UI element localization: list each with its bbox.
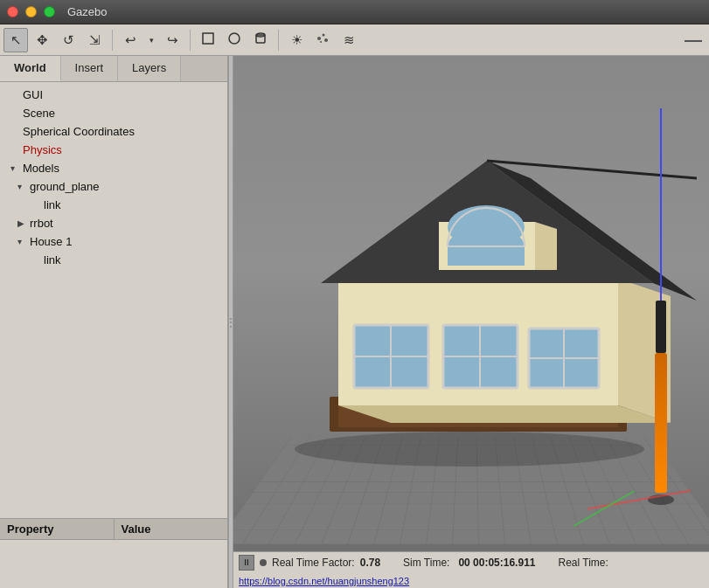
sun-icon: ☀ [291, 32, 302, 48]
real-time-label: Real Time: [558, 557, 608, 569]
sphere-icon [227, 31, 241, 48]
property-header: Property Value [0, 519, 227, 540]
svg-rect-23 [448, 246, 525, 266]
scale-tool-button[interactable]: ⇲ [82, 28, 107, 52]
tab-layers[interactable]: Layers [118, 56, 181, 81]
minimize-button[interactable] [25, 6, 37, 17]
particles-icon [315, 31, 330, 49]
titlebar: Gazebo [0, 0, 709, 24]
tree-item-spherical-coords[interactable]: Spherical Coordinates [0, 122, 227, 141]
close-button[interactable] [7, 6, 18, 17]
select-icon: ↖ [10, 32, 22, 48]
collapse-icon: ▶ [17, 218, 26, 228]
pole-object [648, 108, 674, 505]
maximize-button[interactable] [44, 6, 55, 17]
tree-item-house[interactable]: ▾ House 1 [0, 232, 227, 251]
models-label: Models [23, 162, 59, 175]
particles-button[interactable] [310, 28, 335, 52]
app-title: Gazebo [67, 5, 108, 18]
svg-marker-19 [535, 222, 557, 270]
sim-time-label: Sim Time: [403, 557, 449, 569]
blog-link[interactable]: https://blog.csdn.net/huangjunsheng123 [239, 576, 409, 586]
left-panel: World Insert Layers GUI Scene Spherical … [0, 56, 228, 588]
house-label: House 1 [30, 235, 72, 248]
rotate-tool-button[interactable]: ↺ [56, 28, 80, 52]
property-table: Property Value [0, 518, 227, 588]
statusbar-row1: ⏸ Real Time Factor: 0.78 Sim Time: 00 00… [239, 555, 704, 571]
svg-rect-0 [203, 33, 213, 44]
real-time-factor-value: 0.78 [360, 557, 380, 569]
tab-world[interactable]: World [0, 56, 61, 81]
spherical-coords-label: Spherical Coordinates [23, 125, 135, 138]
tree-area[interactable]: GUI Scene Spherical Coordinates Physics … [0, 82, 227, 518]
rotate-icon: ↺ [63, 32, 74, 48]
select-tool-button[interactable]: ↖ [3, 28, 28, 52]
separator-2 [190, 30, 191, 51]
svg-point-22 [448, 205, 525, 249]
expand-icon: ▾ [17, 182, 26, 191]
box-icon [201, 31, 215, 48]
pole-orange-segment [655, 353, 667, 493]
cylinder-tool-button[interactable] [248, 28, 273, 52]
pause-button[interactable]: ⏸ [239, 555, 254, 571]
expand-icon: ▾ [10, 163, 19, 173]
lights-button[interactable]: ☀ [284, 28, 309, 52]
tree-item-models[interactable]: ▾ Models [0, 159, 227, 177]
statusbar-row2: https://blog.csdn.net/huangjunsheng123 [239, 576, 704, 586]
expand-icon: ▾ [17, 237, 26, 246]
rrbot-label: rrbot [30, 217, 53, 230]
main-area: World Insert Layers GUI Scene Spherical … [0, 56, 709, 588]
scene-label: Scene [23, 107, 55, 120]
separator-3 [278, 30, 279, 51]
move-tool-button[interactable]: ✥ [30, 28, 54, 52]
svg-marker-13 [338, 405, 671, 423]
ground-link-label: link [44, 198, 61, 211]
tree-item-gui[interactable]: GUI [0, 86, 227, 104]
tree-item-house-link[interactable]: link [0, 251, 227, 269]
status-indicator [260, 559, 267, 566]
svg-point-7 [320, 41, 322, 43]
blue-axis-line [660, 108, 662, 301]
undo-button[interactable]: ↩ [118, 28, 142, 52]
gui-label: GUI [23, 88, 43, 101]
tree-item-physics[interactable]: Physics [0, 141, 227, 159]
house-link-label: link [44, 253, 61, 266]
real-time-factor-label: Real Time Factor: [272, 557, 355, 569]
tree-item-ground-link[interactable]: link [0, 196, 227, 214]
tree-item-ground-plane[interactable]: ▾ ground_plane [0, 177, 227, 196]
svg-point-6 [324, 38, 328, 42]
tree-item-rrbot[interactable]: ▶ rrbot [0, 214, 227, 232]
pause-icon: ⏸ [242, 557, 251, 567]
separator-1 [112, 30, 113, 51]
toolbar: ↖ ✥ ↺ ⇲ ↩ ▾ ↪ ☀ [0, 24, 709, 56]
cylinder-icon [254, 31, 268, 48]
viewport[interactable]: ⏸ Real Time Factor: 0.78 Sim Time: 00 00… [233, 56, 709, 588]
house-model [277, 108, 697, 528]
ground-plane-label: ground_plane [30, 180, 100, 193]
sphere-tool-button[interactable] [222, 28, 247, 52]
tab-insert[interactable]: Insert [61, 56, 119, 81]
svg-point-5 [323, 34, 325, 37]
viewport-statusbar: ⏸ Real Time Factor: 0.78 Sim Time: 00 00… [233, 551, 709, 588]
undo-icon: ↩ [125, 32, 136, 48]
property-col-header: Property [0, 519, 115, 539]
svg-rect-24 [448, 246, 525, 247]
redo-icon: ↪ [167, 32, 178, 48]
tree-item-scene[interactable]: Scene [0, 104, 227, 122]
svg-point-1 [229, 33, 240, 44]
more-tools-button[interactable]: ≋ [337, 28, 361, 52]
physics-label: Physics [23, 143, 62, 156]
box-tool-button[interactable] [196, 28, 220, 52]
svg-point-8 [295, 432, 644, 467]
svg-point-4 [317, 37, 321, 40]
more-icon: ≋ [344, 32, 355, 48]
minimize-panel-button[interactable]: — [681, 28, 706, 52]
value-col-header: Value [115, 519, 228, 539]
move-icon: ✥ [37, 32, 48, 48]
redo-button[interactable]: ↪ [160, 28, 184, 52]
scale-icon: ⇲ [89, 32, 101, 48]
pole-black-segment [656, 301, 666, 353]
undo-dropdown-button[interactable]: ▾ [144, 28, 158, 52]
tab-bar: World Insert Layers [0, 56, 227, 82]
sim-time-value: 00 00:05:16.911 [458, 557, 535, 569]
